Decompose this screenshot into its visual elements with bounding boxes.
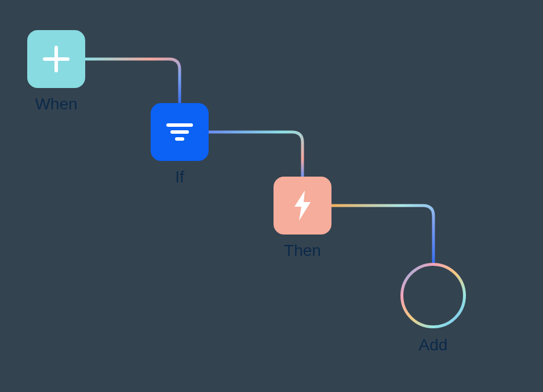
then-label: Then xyxy=(274,241,331,260)
if-node[interactable] xyxy=(151,103,209,161)
add-label: Add xyxy=(400,336,467,354)
if-label: If xyxy=(151,168,209,186)
flow-diagram: When If Then Add xyxy=(0,0,543,392)
add-node[interactable] xyxy=(400,262,467,329)
when-node[interactable] xyxy=(27,30,85,88)
plus-icon xyxy=(419,281,447,310)
add-circle xyxy=(400,262,467,329)
when-label: When xyxy=(27,95,85,113)
filter-icon xyxy=(165,120,194,144)
plus-icon xyxy=(41,44,71,74)
then-node[interactable] xyxy=(274,177,331,235)
lightning-icon xyxy=(291,189,314,222)
